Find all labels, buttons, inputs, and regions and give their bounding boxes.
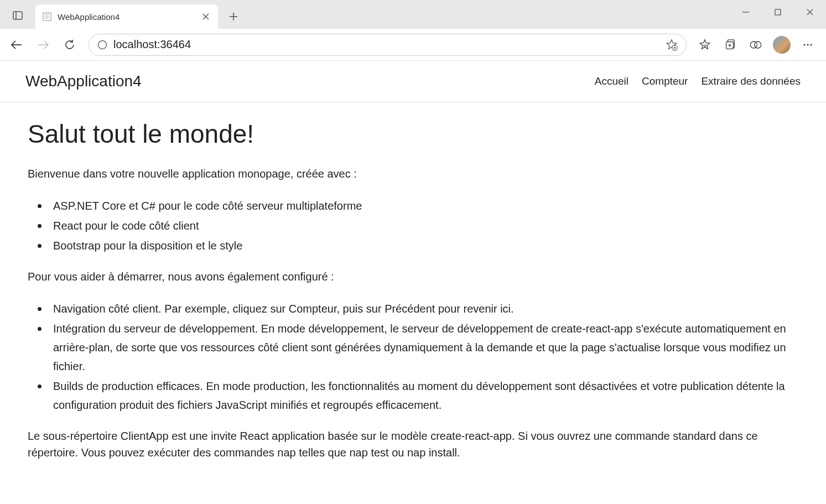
list-item: ASP.NET Core et C# pour le code côté ser… [49, 195, 798, 215]
close-icon [202, 13, 209, 20]
window-maximize-button[interactable] [762, 0, 794, 24]
intro-paragraph: Bienvenue dans votre nouvelle applicatio… [28, 165, 798, 182]
star-icon [699, 39, 711, 51]
tech-list: ASP.NET Core et C# pour le code côté ser… [49, 195, 798, 255]
collections-icon [724, 39, 736, 51]
window-minimize-button[interactable] [730, 0, 762, 24]
site-info-icon[interactable] [97, 39, 108, 50]
list-item: Builds de production efficaces. En mode … [49, 376, 798, 414]
new-tab-button[interactable] [221, 4, 246, 29]
toolbar-right [693, 33, 822, 56]
arrow-left-icon [11, 39, 23, 51]
arrow-right-icon [37, 39, 49, 51]
url-input[interactable] [113, 38, 659, 51]
close-icon [806, 8, 814, 16]
svg-point-30 [803, 44, 805, 45]
add-favorite-button[interactable] [665, 38, 678, 51]
tab-actions-icon [12, 10, 23, 21]
refresh-icon [64, 39, 76, 51]
nav-link-home[interactable]: Accueil [595, 75, 628, 87]
forward-button[interactable] [31, 33, 55, 57]
tab-actions-button[interactable] [4, 2, 31, 29]
page-viewport: WebApplication4 Accueil Compteur Extrair… [0, 61, 826, 491]
svg-point-31 [807, 44, 808, 45]
browser-tab[interactable]: WebApplication4 [35, 4, 218, 29]
settings-menu-button[interactable] [796, 33, 819, 56]
tab-strip: WebApplication4 [0, 0, 826, 29]
page-heading: Salut tout le monde! [28, 119, 798, 149]
window-close-button[interactable] [794, 0, 826, 24]
setup-list: Navigation côté client. Par exemple, cli… [49, 298, 798, 414]
nav-link-counter[interactable]: Compteur [642, 75, 688, 87]
address-bar[interactable] [89, 34, 687, 56]
list-item: Bootstrap pour la disposition et le styl… [49, 235, 798, 255]
setup-intro-paragraph: Pour vous aider à démarrer, nous avons é… [28, 268, 798, 285]
nav-link-fetch-data[interactable]: Extraire des données [701, 75, 801, 87]
minimize-icon [742, 8, 750, 16]
navigation-bar [0, 29, 826, 61]
refresh-button[interactable] [58, 33, 82, 57]
browser-chrome: WebApplication4 [0, 0, 826, 61]
svg-marker-22 [700, 39, 709, 49]
tab-favicon [42, 12, 52, 22]
window-controls [730, 0, 826, 24]
page-content: Salut tout le monde! Bienvenue dans votr… [0, 102, 826, 491]
tab-title: WebApplication4 [58, 12, 195, 22]
favorites-button[interactable] [693, 33, 716, 56]
svg-rect-0 [13, 12, 22, 19]
footer-paragraph: Le sous-répertoire ClientApp est une inv… [28, 428, 798, 461]
back-button[interactable] [4, 33, 29, 57]
collections-button[interactable] [719, 33, 742, 56]
profile-avatar[interactable] [773, 36, 791, 54]
tab-close-button[interactable] [200, 11, 211, 22]
site-nav: Accueil Compteur Extraire des données [595, 75, 801, 87]
site-brand[interactable]: WebApplication4 [25, 72, 142, 90]
list-item: React pour le code côté client [49, 215, 798, 235]
more-icon [802, 39, 813, 50]
svg-point-28 [750, 41, 757, 48]
maximize-icon [774, 8, 782, 16]
svg-rect-2 [43, 13, 51, 20]
plus-icon [229, 12, 238, 21]
star-plus-icon [666, 39, 678, 51]
site-header: WebApplication4 Accueil Compteur Extrair… [0, 61, 826, 102]
list-item: Navigation côté client. Par exemple, cli… [49, 298, 798, 318]
svg-point-32 [810, 44, 812, 45]
linked-circles-icon [749, 39, 762, 51]
svg-point-17 [98, 40, 107, 49]
svg-rect-12 [775, 9, 781, 15]
list-item: Intégration du serveur de développement.… [49, 318, 798, 376]
svg-point-29 [755, 41, 761, 48]
browser-essentials-button[interactable] [744, 33, 767, 56]
